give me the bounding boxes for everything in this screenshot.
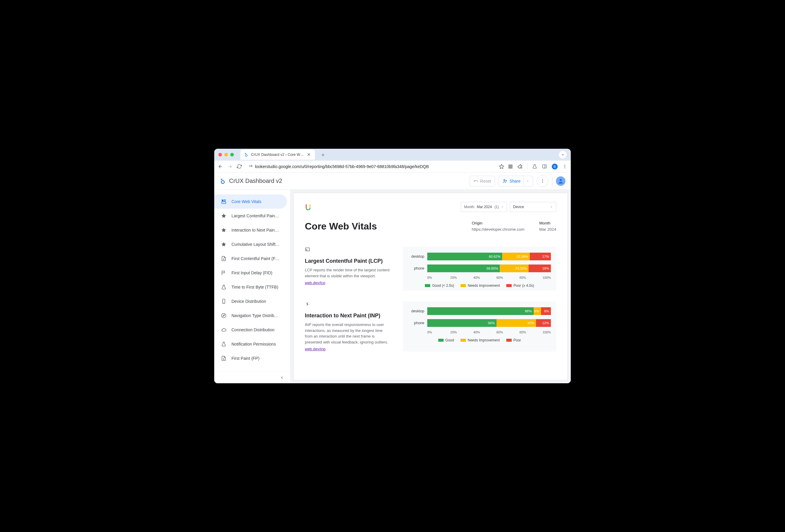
browser-tab[interactable]: CrUX Dashboard v2 › Core W… ✕	[240, 150, 315, 160]
month-heading: Month	[539, 221, 556, 225]
swatch-icon	[506, 339, 512, 342]
sidebar-item-connection-distribution[interactable]: Connection Distribution	[214, 323, 290, 337]
maximize-window[interactable]	[230, 153, 234, 156]
extensions-button[interactable]	[517, 164, 522, 169]
category-label: desktop	[408, 255, 424, 259]
month-value: Mar 2024	[539, 227, 556, 232]
looker-favicon	[244, 152, 249, 157]
sidepanel-icon[interactable]	[542, 164, 547, 169]
metric-chart: desktop60.62%22.38%17%phone58.85%23.33%1…	[403, 247, 556, 291]
legend-item-poor: Poor	[506, 338, 521, 342]
swatch-icon	[506, 284, 512, 287]
forward-button[interactable]	[227, 164, 233, 169]
svg-rect-21	[222, 202, 226, 204]
metric-description: INP reports the overall responsiveness t…	[305, 322, 391, 345]
svg-rect-25	[305, 248, 310, 251]
sidebar-item-notification-permissions[interactable]: Notification Permissions	[214, 337, 290, 351]
app-title: CrUX Dashboard v2	[229, 178, 282, 184]
more-options-button[interactable]	[537, 175, 549, 187]
reload-button[interactable]	[237, 164, 242, 169]
app-header: CrUX Dashboard v2 Reset Share	[214, 172, 571, 190]
chart-row: desktop86%6%8%	[408, 307, 551, 316]
chevron-left-icon	[280, 376, 284, 380]
sidebar-item-largest-contentful-pain[interactable]: Largest Contentful Pain…	[214, 209, 290, 223]
svg-point-4	[251, 165, 252, 166]
back-button[interactable]	[218, 164, 223, 169]
sidebar-item-interaction-to-next-pain[interactable]: Interaction to Next Pain…	[214, 223, 290, 237]
cloud-icon	[221, 327, 227, 333]
browser-toolbar: lookerstudio.google.com/u/0/reporting/bb…	[214, 161, 571, 172]
page-title: Core Web Vitals	[305, 221, 457, 232]
svg-point-14	[542, 179, 543, 180]
stacked-bar[interactable]: 60.62%22.38%17%	[427, 252, 551, 260]
stacked-bar[interactable]: 58.85%23.33%18%	[427, 265, 551, 272]
sidebar-item-device-distribution[interactable]: Device Distribution	[214, 294, 290, 309]
chart-legend: Good (< 2.5s)Needs ImprovementPoor (≥ 4.…	[408, 284, 551, 288]
stacked-bar[interactable]: 56%32%12%	[427, 319, 551, 327]
month-filter[interactable]: Month: Mar 2024 (1)	[461, 202, 507, 212]
person-icon	[557, 178, 564, 184]
svg-rect-20	[224, 201, 226, 202]
device-filter[interactable]: Device	[510, 202, 556, 212]
svg-point-16	[542, 182, 543, 183]
svg-point-15	[542, 181, 543, 181]
swatch-icon	[425, 284, 430, 287]
sidebar-item-label: Largest Contentful Pain…	[231, 213, 279, 218]
page-icon	[221, 355, 227, 361]
sidebar-item-core-web-vitals[interactable]: Core Web Vitals	[214, 194, 287, 209]
stacked-bar[interactable]: 86%6%8%	[427, 307, 551, 315]
toolbar-right: B	[508, 164, 567, 169]
new-tab-button[interactable]: ＋	[320, 151, 326, 158]
web-vitals-logo-icon	[305, 204, 311, 210]
minimize-window[interactable]	[224, 153, 228, 156]
bar-segment-poor: 8%	[541, 307, 551, 315]
share-dropdown-icon[interactable]	[524, 177, 532, 185]
category-label: phone	[408, 266, 424, 270]
sidebar-item-navigation-type-distrib[interactable]: Navigation Type Distrib…	[214, 309, 290, 323]
collapse-sidebar-button[interactable]	[214, 371, 290, 383]
dropdown-icon	[501, 206, 504, 208]
sidebar-item-first-contentful-paint-f[interactable]: First Contentful Paint (F…	[214, 251, 290, 266]
bar-segment-good: 86%	[427, 307, 534, 315]
star-icon	[221, 213, 227, 219]
reset-button[interactable]: Reset	[470, 176, 495, 186]
metric-link[interactable]: web.dev/inp	[305, 347, 325, 351]
legend-item-good: Good (< 2.5s)	[425, 284, 454, 288]
svg-point-17	[559, 179, 562, 181]
share-button[interactable]: Share	[499, 176, 533, 186]
axis-tick: 40%	[473, 276, 497, 280]
share-icon	[502, 179, 508, 184]
dashboard-icon	[221, 198, 227, 205]
account-avatar[interactable]	[556, 176, 565, 186]
sidebar-item-label: Notification Permissions	[231, 342, 276, 346]
report-page: Month: Mar 2024 (1) Device Core Web Vita…	[293, 193, 568, 380]
address-bar[interactable]: lookerstudio.google.com/u/0/reporting/bb…	[246, 162, 495, 171]
sidebar-item-first-input-delay-fid[interactable]: First Input Delay (FID)	[214, 266, 290, 280]
sidebar-item-label: First Contentful Paint (F…	[231, 256, 280, 261]
sidebar-item-time-to-first-byte-ttfb[interactable]: Time to First Byte (TTFB)	[214, 280, 290, 294]
undo-icon	[474, 179, 478, 184]
menu-icon[interactable]	[562, 164, 567, 169]
tab-search-button[interactable]	[559, 151, 566, 159]
sidebar-item-first-paint-fp[interactable]: First Paint (FP)	[214, 351, 290, 366]
close-tab-icon[interactable]: ✕	[306, 152, 311, 157]
legend-item-poor: Poor (≥ 4.0s)	[506, 284, 534, 288]
swatch-icon	[460, 339, 466, 342]
close-window[interactable]	[219, 153, 222, 156]
labs-icon[interactable]	[532, 164, 537, 169]
sidebar-item-cumulative-layout-shift[interactable]: Cumulative Layout Shift…	[214, 237, 290, 251]
profile-avatar[interactable]: B	[552, 164, 558, 169]
bookmark-button[interactable]	[499, 164, 504, 169]
tab-title: CrUX Dashboard v2 › Core W…	[251, 153, 304, 157]
origin-block: Origin https://developer.chrome.com	[472, 221, 525, 232]
metric-link[interactable]: web.dev/lcp	[305, 281, 325, 285]
url-text: lookerstudio.google.com/u/0/reporting/bb…	[255, 164, 429, 169]
axis-tick: 60%	[497, 276, 520, 280]
extension-icon[interactable]	[508, 164, 512, 169]
sidebar-item-label: Interaction to Next Pain…	[231, 228, 279, 233]
chart-row: phone56%32%12%	[408, 319, 551, 327]
sidebar-item-label: Time to First Byte (TTFB)	[231, 285, 278, 289]
site-info-icon[interactable]	[248, 164, 253, 169]
metric-info: Interaction to Next Paint (INP)INP repor…	[305, 301, 391, 351]
bar-segment-good: 56%	[427, 319, 497, 327]
